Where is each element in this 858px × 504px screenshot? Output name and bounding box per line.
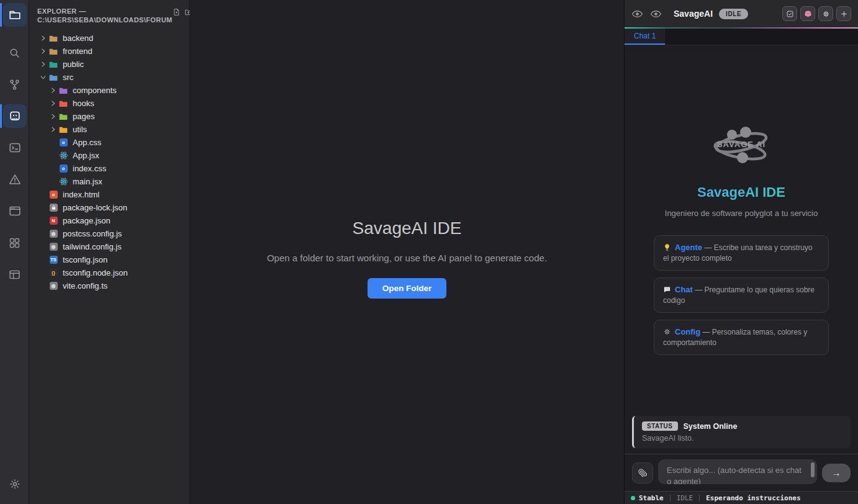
activity-item-explorer[interactable]	[0, 1, 29, 29]
mode-label: IDLE	[677, 494, 693, 502]
sun-icon	[9, 478, 21, 490]
tasks-button[interactable]	[782, 6, 797, 21]
mode-card-config[interactable]: Config — Personaliza temas, colores y co…	[654, 320, 829, 355]
explorer-sidebar: EXPLORER — C:\USERS\SEBA\DOWNLOADS\FORUM…	[29, 0, 190, 504]
tree-label: src	[63, 73, 73, 82]
search-icon	[8, 47, 21, 60]
explorer-path: C:\USERS\SEBA\DOWNLOADS\FORUM	[37, 16, 173, 24]
tree-folder-src[interactable]: src	[29, 71, 189, 84]
folder-icon	[48, 73, 58, 83]
tree-file-index.html[interactable]: oindex.html	[29, 188, 189, 201]
git-branch-icon	[8, 78, 21, 91]
chat-input[interactable]	[658, 459, 817, 484]
folder-icon	[58, 125, 68, 135]
tree-file-App.jsx[interactable]: App.jsx	[29, 149, 189, 162]
chevron-right-icon	[37, 48, 48, 54]
tree-file-package-lock.json[interactable]: package-lock.json	[29, 201, 189, 214]
tree-file-package.json[interactable]: Npackage.json	[29, 214, 189, 227]
editor-welcome-subtitle: Open a folder to start working, or use t…	[209, 253, 606, 263]
eye-icon[interactable]	[631, 8, 643, 20]
ai-panel-title: SavageAI	[674, 9, 713, 19]
ai-panel-header: SavageAI IDLE	[625, 0, 858, 27]
editor-welcome-title: SavageAI IDE	[209, 218, 606, 238]
lock-file-icon	[48, 203, 58, 213]
attach-button[interactable]	[632, 462, 653, 484]
config-file-icon	[48, 281, 58, 291]
tree-label: backend	[63, 34, 93, 43]
chat-input-wrap	[658, 459, 817, 487]
tree-label: index.html	[63, 190, 99, 199]
activity-item-source-control[interactable]	[0, 71, 29, 98]
folder-icon	[48, 60, 58, 70]
terminal-icon	[8, 141, 22, 155]
tree-folder-public[interactable]: public	[29, 58, 189, 71]
tab-chat-1[interactable]: Chat 1	[625, 29, 665, 45]
tree-file-tsconfig.node.json[interactable]: {}tsconfig.node.json	[29, 266, 189, 279]
tree-folder-frontend[interactable]: frontend	[29, 45, 189, 58]
chevron-down-icon	[37, 74, 48, 80]
activity-item-problems[interactable]	[0, 166, 29, 193]
activity-item-ai-assistant[interactable]	[0, 102, 29, 130]
ai-header-buttons	[779, 6, 851, 21]
robot-icon	[8, 109, 22, 123]
tree-folder-utils[interactable]: utils	[29, 123, 189, 136]
tree-folder-pages[interactable]: pages	[29, 110, 189, 123]
new-file-icon[interactable]	[173, 8, 181, 16]
chevron-right-icon	[47, 88, 58, 93]
explorer-actions	[173, 7, 192, 16]
chat-area: SAVAGE AI SavageAI IDE Ingeniero de soft…	[625, 45, 858, 454]
mode-card-agente[interactable]: Agente — Escribe una tarea y construyo e…	[654, 235, 829, 271]
config-file-icon	[48, 229, 58, 239]
grid-icon	[8, 236, 21, 250]
ai-panel: SavageAI IDLE Chat 1 SAVAGE AI SavageAI …	[624, 0, 858, 504]
settings-button[interactable]	[818, 6, 833, 21]
folder-icon	[48, 47, 58, 56]
activity-item-theme-toggle[interactable]	[0, 470, 29, 498]
folder-icon	[48, 34, 58, 43]
status-pill: STATUS	[642, 421, 678, 431]
status-body: SavageAI listo.	[642, 434, 842, 443]
tree-label: App.jsx	[73, 151, 99, 160]
tree-file-App.css[interactable]: oApp.css	[29, 136, 189, 149]
react-file-icon	[58, 177, 68, 187]
tree-folder-hooks[interactable]: hooks	[29, 97, 189, 110]
folder-icon	[58, 86, 68, 96]
status-title: System Online	[684, 422, 738, 431]
json-file-icon: {}	[48, 268, 58, 278]
eye-icon[interactable]	[650, 8, 662, 20]
memory-button[interactable]	[800, 6, 815, 21]
explorer-title: EXPLORER — C:\USERS\SEBA\DOWNLOADS\FORUM	[37, 7, 173, 24]
open-folder-button[interactable]: Open Folder	[368, 278, 447, 299]
divider	[699, 495, 700, 502]
tree-label: postcss.config.js	[63, 229, 122, 238]
tree-file-main.jsx[interactable]: main.jsx	[29, 175, 189, 188]
tree-folder-components[interactable]: components	[29, 84, 189, 97]
brain-icon	[803, 9, 813, 19]
activity-item-extensions[interactable]	[0, 229, 29, 256]
input-scrollbar[interactable]	[811, 462, 815, 477]
ai-welcome-block: SAVAGE AI SavageAI IDE Ingeniero de soft…	[625, 45, 858, 355]
new-chat-button[interactable]	[836, 6, 851, 21]
tree-label: package.json	[63, 216, 111, 225]
tree-file-postcss.config.js[interactable]: postcss.config.js	[29, 227, 189, 240]
activity-item-layout[interactable]	[0, 261, 29, 288]
tree-label: tsconfig.json	[63, 255, 107, 264]
tree-label: pages	[73, 112, 94, 121]
explorer-header: EXPLORER — C:\USERS\SEBA\DOWNLOADS\FORUM	[29, 0, 189, 28]
stability-label: Stable	[639, 494, 664, 502]
tree-label: tailwind.config.js	[63, 242, 122, 251]
send-button[interactable]: →	[822, 464, 851, 482]
tree-label: hooks	[73, 99, 94, 108]
tree-file-tailwind.config.js[interactable]: tailwind.config.js	[29, 240, 189, 253]
mode-card-chat[interactable]: Chat — Preguntame lo que quieras sobre c…	[654, 277, 829, 313]
tree-folder-backend[interactable]: backend	[29, 32, 189, 45]
tree-file-tsconfig.json[interactable]: TStsconfig.json	[29, 253, 189, 266]
tree-file-index.css[interactable]: oindex.css	[29, 162, 189, 175]
activity-item-terminal[interactable]	[0, 134, 29, 161]
tree-file-vite.config.ts[interactable]: vite.config.ts	[29, 279, 189, 292]
css-file-icon: o	[58, 164, 68, 174]
stable-dot	[631, 496, 635, 500]
activity-item-search[interactable]	[0, 39, 29, 66]
activity-item-browser-preview[interactable]	[0, 197, 29, 225]
html-file-icon: o	[48, 190, 58, 200]
